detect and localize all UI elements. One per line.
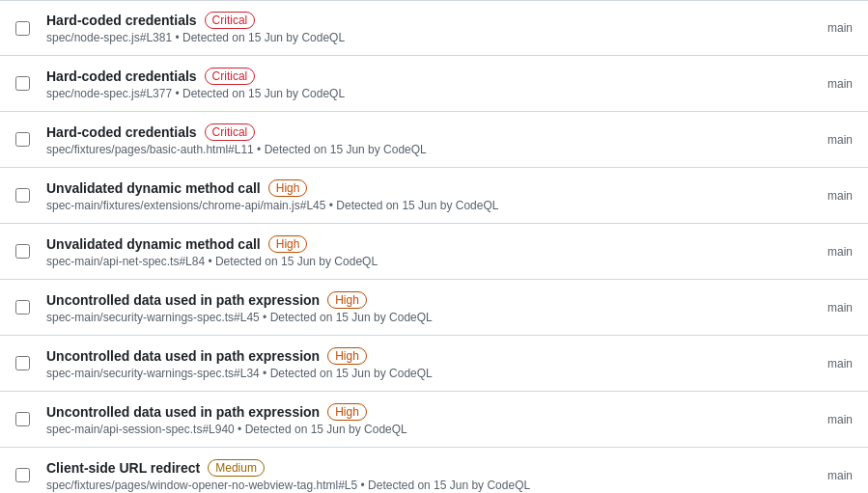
issue-title[interactable]: Hard-coded credentials (46, 68, 197, 84)
list-item: Unvalidated dynamic method callHighspec-… (0, 224, 868, 280)
list-item: Uncontrolled data used in path expressio… (0, 280, 868, 336)
checkbox-col (15, 412, 39, 426)
list-item: Client-side URL redirectMediumspec/fixtu… (0, 448, 868, 493)
branch-label: main (795, 77, 853, 91)
severity-badge: Medium (208, 459, 265, 477)
title-row: Uncontrolled data used in path expressio… (46, 347, 783, 365)
item-checkbox[interactable] (15, 76, 30, 91)
item-content: Hard-coded credentialsCriticalspec/node-… (46, 68, 783, 100)
title-row: Unvalidated dynamic method callHigh (46, 179, 783, 197)
severity-badge: Critical (205, 68, 256, 85)
checkbox-col (15, 76, 39, 91)
title-row: Hard-coded credentialsCritical (46, 68, 783, 85)
branch-label: main (795, 469, 853, 482)
branch-label: main (795, 301, 853, 315)
item-meta: spec/node-spec.js#L377 • Detected on 15 … (46, 87, 783, 100)
checkbox-col (15, 300, 39, 315)
title-row: Client-side URL redirectMedium (46, 459, 783, 477)
issue-title[interactable]: Hard-coded credentials (46, 13, 197, 28)
checkbox-col (15, 468, 39, 482)
item-content: Uncontrolled data used in path expressio… (46, 291, 783, 324)
issue-title[interactable]: Client-side URL redirect (46, 460, 200, 476)
item-content: Unvalidated dynamic method callHighspec-… (46, 235, 783, 268)
item-checkbox[interactable] (15, 300, 30, 315)
checkbox-col (15, 244, 39, 259)
issue-title[interactable]: Hard-coded credentials (46, 124, 197, 140)
item-meta: spec-main/api-session-spec.ts#L940 • Det… (46, 423, 783, 436)
item-meta: spec/node-spec.js#L381 • Detected on 15 … (46, 31, 783, 44)
security-alerts-list: Hard-coded credentialsCriticalspec/node-… (0, 0, 868, 493)
title-row: Uncontrolled data used in path expressio… (46, 403, 783, 421)
issue-title[interactable]: Uncontrolled data used in path expressio… (46, 292, 320, 308)
severity-badge: Critical (205, 123, 256, 141)
branch-label: main (795, 357, 853, 370)
item-content: Client-side URL redirectMediumspec/fixtu… (46, 459, 783, 492)
item-content: Hard-coded credentialsCriticalspec/fixtu… (46, 123, 783, 156)
title-row: Uncontrolled data used in path expressio… (46, 291, 783, 309)
item-content: Uncontrolled data used in path expressio… (46, 347, 783, 380)
list-item: Hard-coded credentialsCriticalspec/node-… (0, 0, 868, 56)
checkbox-col (15, 356, 39, 370)
title-row: Hard-coded credentialsCritical (46, 12, 783, 29)
item-content: Unvalidated dynamic method callHighspec-… (46, 179, 783, 212)
item-meta: spec/fixtures/pages/window-opener-no-web… (46, 479, 783, 492)
item-meta: spec-main/security-warnings-spec.ts#L45 … (46, 311, 783, 324)
branch-label: main (795, 21, 853, 35)
issue-title[interactable]: Uncontrolled data used in path expressio… (46, 404, 320, 420)
severity-badge: High (268, 179, 308, 197)
severity-badge: High (268, 235, 308, 253)
item-content: Uncontrolled data used in path expressio… (46, 403, 783, 436)
issue-title[interactable]: Uncontrolled data used in path expressio… (46, 348, 320, 364)
severity-badge: High (327, 403, 367, 421)
item-checkbox[interactable] (15, 188, 30, 203)
item-meta: spec/fixtures/pages/basic-auth.html#L11 … (46, 143, 783, 156)
item-checkbox[interactable] (15, 21, 30, 36)
branch-label: main (795, 133, 853, 147)
severity-badge: High (327, 347, 367, 365)
checkbox-col (15, 21, 39, 36)
item-checkbox[interactable] (15, 468, 30, 482)
item-checkbox[interactable] (15, 412, 30, 426)
list-item: Unvalidated dynamic method callHighspec-… (0, 168, 868, 224)
item-meta: spec-main/fixtures/extensions/chrome-api… (46, 199, 783, 212)
branch-label: main (795, 189, 853, 203)
branch-label: main (795, 413, 853, 426)
item-checkbox[interactable] (15, 356, 30, 370)
title-row: Hard-coded credentialsCritical (46, 123, 783, 141)
checkbox-col (15, 132, 39, 147)
list-item: Uncontrolled data used in path expressio… (0, 336, 868, 392)
severity-badge: Critical (205, 12, 256, 29)
item-checkbox[interactable] (15, 244, 30, 259)
branch-label: main (795, 245, 853, 259)
issue-title[interactable]: Unvalidated dynamic method call (46, 236, 261, 252)
list-item: Uncontrolled data used in path expressio… (0, 392, 868, 448)
list-item: Hard-coded credentialsCriticalspec/node-… (0, 56, 868, 112)
list-item: Hard-coded credentialsCriticalspec/fixtu… (0, 112, 868, 168)
item-meta: spec-main/api-net-spec.ts#L84 • Detected… (46, 255, 783, 268)
severity-badge: High (327, 291, 367, 309)
issue-title[interactable]: Unvalidated dynamic method call (46, 180, 261, 196)
title-row: Unvalidated dynamic method callHigh (46, 235, 783, 253)
checkbox-col (15, 188, 39, 203)
item-checkbox[interactable] (15, 132, 30, 147)
item-content: Hard-coded credentialsCriticalspec/node-… (46, 12, 783, 44)
item-meta: spec-main/security-warnings-spec.ts#L34 … (46, 367, 783, 380)
